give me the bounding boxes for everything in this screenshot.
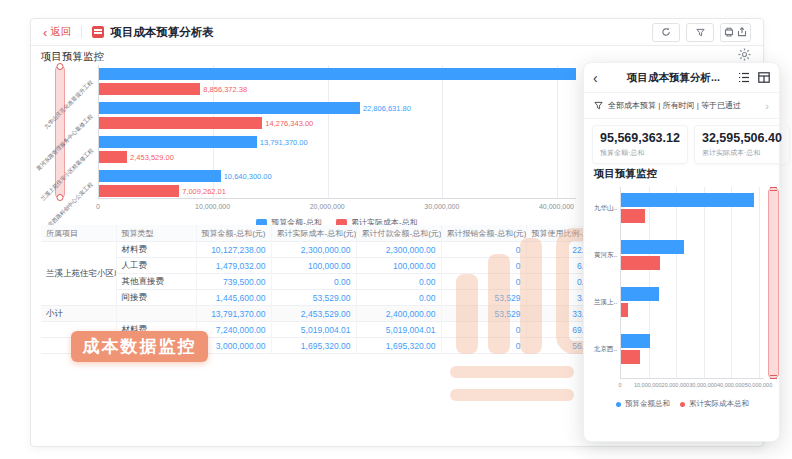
payment-cell: 100,000.00 (356, 258, 441, 274)
mobile-filter-bar[interactable]: 全部成本预算 | 所有时间 | 等于已通过 › (584, 93, 779, 119)
actual-cost-bar[interactable] (99, 83, 200, 95)
x-tick-label: 30,000,000 (424, 203, 459, 210)
project-cell: 兰溪上苑住宅小区精装修第... (41, 242, 116, 306)
column-header: 累计报销金额-总和(元) (441, 225, 526, 242)
reimburse-cell: 53,529 (441, 306, 526, 322)
toolbar: ‹ 返回 项目成本预算分析表 (31, 19, 763, 46)
slider-handle-top[interactable] (770, 187, 777, 191)
type-cell: 人工费 (116, 258, 196, 274)
gear-icon (738, 48, 751, 61)
legend-item[interactable]: 累计实际成本总和 (680, 399, 749, 409)
bar-group (621, 287, 764, 317)
export-icon (737, 27, 747, 37)
chart-legend: 预算金额总和累计实际成本总和 (592, 399, 773, 409)
x-tick-label: 20,000,000 (662, 382, 690, 388)
table-header-row: 所属项目预算类型预算金额-总和(元)累计实际成本-总和(元)累计付款金额-总和(… (41, 225, 606, 242)
table-row[interactable]: 其他直接费739,500.000.000.0000.00% (41, 274, 606, 290)
back-label: 返回 (50, 25, 71, 39)
chart-list-icon[interactable] (738, 72, 750, 83)
bar-row: 22,806,631.80 (99, 102, 576, 114)
column-header: 累计实际成本-总和(元) (271, 225, 356, 242)
back-chevron-icon: ‹ (43, 26, 47, 39)
category-label: 兰溪上.. (594, 298, 617, 307)
stat-value: 32,595,506.40 (702, 131, 782, 145)
bar-row: 14,276,343.00 (99, 117, 576, 129)
chart-settings-button[interactable] (736, 46, 752, 62)
budget-bar[interactable] (99, 170, 221, 182)
section-title: 项目预算监控 (41, 50, 104, 64)
budget-bar[interactable] (621, 193, 754, 207)
bar-row: 10,640,300.00 (99, 170, 576, 182)
bar-group (621, 334, 764, 364)
table-row[interactable]: 间接费1,445,600.0053,529.000.0053,5293.70% (41, 290, 606, 306)
budget-bar[interactable] (621, 334, 650, 348)
bar-value-label: 13,791,370.00 (260, 138, 308, 147)
category-label: 九华山.. (594, 204, 617, 213)
stat-value: 95,569,363.12 (600, 131, 680, 145)
x-tick-label: 0 (618, 382, 621, 388)
column-header: 累计付款金额-总和(元) (356, 225, 441, 242)
bar-group: 22,806,631.8014,276,343.00 (99, 102, 576, 129)
stat-label: 累计实际成本·总和 (702, 148, 782, 158)
bar-group (621, 193, 764, 223)
mobile-section-title: 项目预算监控 (594, 167, 657, 181)
mobile-budget-bar-chart: 九华山..黄河东..兰溪上..北京西.. 010,000,00020,000,0… (592, 187, 773, 413)
bar-value-label: 7,009,262.01 (182, 187, 226, 196)
bar-row (621, 193, 764, 207)
bar-group: 10,640,300.007,009,262.01 (99, 170, 576, 197)
budget-bar[interactable] (621, 240, 684, 254)
actual-cost-bar[interactable] (99, 185, 179, 197)
legend-swatch (680, 402, 685, 407)
actual-cost-bar[interactable] (621, 303, 628, 317)
actual-cell: 0.00 (271, 274, 356, 290)
table-view-icon[interactable] (758, 72, 770, 83)
filter-summary: 全部成本预算 | 所有时间 | 等于已通过 (608, 100, 760, 111)
chart-plot-area (620, 187, 764, 379)
type-cell: 材料费 (116, 242, 196, 258)
actual-cost-bar[interactable] (621, 350, 640, 364)
chart-datazoom-slider[interactable] (768, 187, 779, 379)
bar-row (621, 334, 764, 348)
actual-cell: 53,529.00 (271, 290, 356, 306)
actual-cost-bar[interactable] (99, 117, 262, 129)
budget-bar[interactable] (621, 287, 659, 301)
budget-cell: 1,445,600.00 (196, 290, 271, 306)
budget-bar[interactable] (99, 102, 360, 114)
mobile-header: ‹ 项目成本预算分析... (584, 63, 779, 93)
chevron-right-icon: › (765, 100, 769, 112)
stat-budget-total[interactable]: 95,569,363.12 预算金额·总和 (592, 125, 688, 164)
budget-cell: 739,500.00 (196, 274, 271, 290)
actual-cost-bar[interactable] (621, 256, 660, 270)
payment-cell: 2,400,000.00 (356, 306, 441, 322)
x-tick-label: 50,000,000 (745, 382, 773, 388)
mobile-back-icon[interactable]: ‹ (593, 71, 598, 85)
refresh-button[interactable] (652, 23, 680, 42)
bar-row (621, 303, 764, 317)
stat-actual-total[interactable]: 32,595,506.40 累计实际成本·总和 (694, 125, 790, 164)
table-row[interactable]: 兰溪上苑住宅小区精装修第...材料费10,127,238.002,300,000… (41, 242, 606, 258)
refresh-icon (661, 27, 671, 37)
legend-item[interactable]: 预算金额总和 (616, 399, 670, 409)
table-row[interactable]: 人工费1,479,032.00100,000.00100,000.0006.76… (41, 258, 606, 274)
actual-cost-bar[interactable] (99, 151, 127, 163)
budget-bar-chart: 九华山庄亮化改造提升工程黄河东路管理服务中心装修工程兰溪上苑住宅小区精装修工程北… (31, 63, 616, 223)
bar-value-label: 22,806,631.80 (363, 104, 411, 113)
actual-cell: 5,019,004.01 (271, 322, 356, 338)
table-row-subtotal[interactable]: 小计13,791,370.002,453,529.002,400,000.005… (41, 306, 606, 322)
legend-label: 累计实际成本总和 (689, 399, 749, 409)
x-tick-label: 40,000,000 (539, 203, 574, 210)
budget-bar[interactable] (99, 68, 576, 80)
reimburse-cell: 53,529 (441, 290, 526, 306)
budget-cell: 13,791,370.00 (196, 306, 271, 322)
export-button[interactable] (720, 23, 751, 42)
budget-bar[interactable] (99, 136, 257, 148)
actual-cost-bar[interactable] (621, 209, 645, 223)
x-tick-label: 0 (96, 203, 100, 210)
back-button[interactable]: ‹ 返回 (43, 25, 71, 39)
bar-value-label: 8,856,372.38 (203, 85, 247, 94)
filter-button[interactable] (686, 23, 714, 42)
x-axis: 010,000,00020,000,00030,000,00040,000,00… (620, 382, 764, 390)
stat-label: 预算金额·总和 (600, 148, 680, 158)
slider-handle-bottom[interactable] (770, 375, 777, 379)
bar-row (621, 287, 764, 301)
